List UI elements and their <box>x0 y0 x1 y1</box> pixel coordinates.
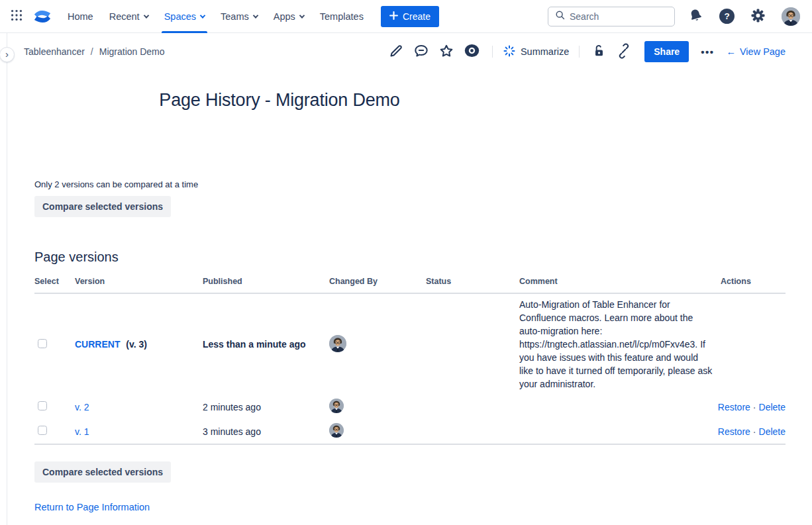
view-page-label: View Page <box>740 46 786 57</box>
nav-item-label: Teams <box>221 11 249 22</box>
actions-cell <box>714 293 786 395</box>
compare-selected-versions-button-bottom[interactable]: Compare selected versions <box>34 461 171 483</box>
nav-item-templates[interactable]: Templates <box>312 0 372 33</box>
eye-icon <box>464 42 480 61</box>
changed-by-avatar[interactable] <box>329 423 344 438</box>
version-link-current[interactable]: CURRENT <box>75 339 120 350</box>
more-actions-button[interactable]: ••• <box>698 45 717 59</box>
summarize-button[interactable]: Summarize <box>503 44 569 60</box>
toolbar-divider <box>579 46 580 58</box>
published-time: Less than a minute ago <box>203 293 329 395</box>
expand-sidebar-button[interactable]: › <box>0 47 15 62</box>
restore-link[interactable]: Restore <box>718 402 750 412</box>
profile-button[interactable] <box>779 5 803 28</box>
ai-sparkle-icon <box>503 44 516 60</box>
share-button[interactable]: Share <box>644 41 689 62</box>
question-mark-icon: ? <box>719 9 735 24</box>
column-header-status: Status <box>426 273 519 293</box>
delete-link[interactable]: Delete <box>759 426 786 437</box>
notifications-button[interactable] <box>685 5 706 28</box>
actions-cell: Restore·Delete <box>714 419 786 444</box>
column-header-changed-by: Changed By <box>329 273 426 293</box>
confluence-logo-icon[interactable] <box>33 8 52 25</box>
page-title: Page History - Migration Demo <box>34 90 525 111</box>
chevron-down-icon <box>252 13 258 18</box>
nav-item-spaces[interactable]: Spaces <box>156 0 213 33</box>
restore-link[interactable]: Restore <box>718 426 750 437</box>
page-versions-table: Select Version Published Changed By Stat… <box>34 273 786 445</box>
version-checkbox[interactable] <box>38 339 47 348</box>
delete-link[interactable]: Delete <box>759 402 786 412</box>
breadcrumb-page-link[interactable]: Migration Demo <box>99 46 165 57</box>
create-button[interactable]: Create <box>381 6 439 27</box>
nav-item-label: Apps <box>274 11 295 22</box>
chevron-down-icon <box>299 13 305 18</box>
app-switcher-button[interactable] <box>7 5 26 27</box>
view-page-link[interactable]: ← View Page <box>726 46 786 57</box>
version-comment <box>519 395 714 419</box>
version-row-current: CURRENT (v. 3) Less than a minute ago <box>34 293 786 395</box>
column-header-comment: Comment <box>519 273 714 293</box>
version-link[interactable]: v. 1 <box>75 426 89 437</box>
status-cell <box>426 293 519 395</box>
return-to-page-information-link[interactable]: Return to Page Information <box>34 502 150 512</box>
published-time: 2 minutes ago <box>203 395 329 419</box>
link-icon <box>616 43 632 61</box>
version-checkbox[interactable] <box>38 426 47 435</box>
create-button-label: Create <box>403 11 431 22</box>
main-content: Page History - Migration Demo Only 2 ver… <box>0 90 786 513</box>
changed-by-avatar[interactable] <box>329 335 346 352</box>
breadcrumb: Tableenhancer / Migration Demo <box>24 46 165 57</box>
chevron-right-icon: › <box>5 49 9 59</box>
edit-button[interactable] <box>386 41 406 63</box>
changed-by-avatar[interactable] <box>329 399 344 413</box>
version-link[interactable]: v. 2 <box>75 402 89 412</box>
nav-item-label: Templates <box>320 11 364 22</box>
top-navigation: Home Recent Spaces Teams Apps Templates … <box>0 0 812 33</box>
version-checkbox[interactable] <box>38 401 47 410</box>
status-cell <box>426 395 519 419</box>
sidebar-rail <box>7 33 7 525</box>
version-comment <box>519 419 714 444</box>
compare-hint-text: Only 2 versions can be compared at a tim… <box>34 179 786 189</box>
star-icon <box>438 43 454 61</box>
avatar <box>782 7 800 26</box>
grid-icon <box>9 8 24 24</box>
bell-icon <box>688 8 703 25</box>
nav-item-apps[interactable]: Apps <box>266 0 312 33</box>
nav-item-label: Recent <box>109 11 140 22</box>
comment-button[interactable] <box>411 41 431 63</box>
star-button[interactable] <box>436 41 456 63</box>
restrictions-button[interactable] <box>589 41 609 62</box>
breadcrumb-space-link[interactable]: Tableenhancer <box>24 46 85 57</box>
version-row-v2: v. 2 2 minutes ago <box>34 395 786 419</box>
plus-icon <box>389 11 398 22</box>
comment-bubble-icon <box>413 43 429 61</box>
version-number-suffix: (v. 3) <box>126 339 147 350</box>
nav-item-label: Spaces <box>164 11 196 22</box>
version-comment: Auto-Migration of Table Enhancer for Con… <box>519 293 714 395</box>
gear-icon <box>750 8 766 25</box>
watch-button[interactable] <box>462 40 482 63</box>
copy-link-button[interactable] <box>614 41 634 63</box>
summarize-label: Summarize <box>521 46 569 57</box>
compare-selected-versions-button-top[interactable]: Compare selected versions <box>34 196 171 217</box>
column-header-select: Select <box>34 273 75 293</box>
version-row-v1: v. 1 3 minutes ago <box>34 419 786 444</box>
nav-item-teams[interactable]: Teams <box>213 0 266 33</box>
arrow-left-icon: ← <box>726 46 736 57</box>
settings-button[interactable] <box>748 5 768 28</box>
published-time: 3 minutes ago <box>203 419 329 444</box>
actions-separator: · <box>753 426 756 437</box>
page-versions-heading: Page versions <box>34 250 786 265</box>
nav-item-home[interactable]: Home <box>60 0 101 33</box>
table-header-row: Select Version Published Changed By Stat… <box>34 273 786 293</box>
nav-item-label: Home <box>68 11 93 22</box>
search-input[interactable] <box>570 11 668 22</box>
actions-cell: Restore·Delete <box>714 395 786 419</box>
actions-separator: · <box>753 402 756 412</box>
search-field[interactable] <box>548 7 675 26</box>
column-header-published: Published <box>203 273 329 293</box>
nav-item-recent[interactable]: Recent <box>101 0 156 33</box>
help-button[interactable]: ? <box>717 6 737 26</box>
